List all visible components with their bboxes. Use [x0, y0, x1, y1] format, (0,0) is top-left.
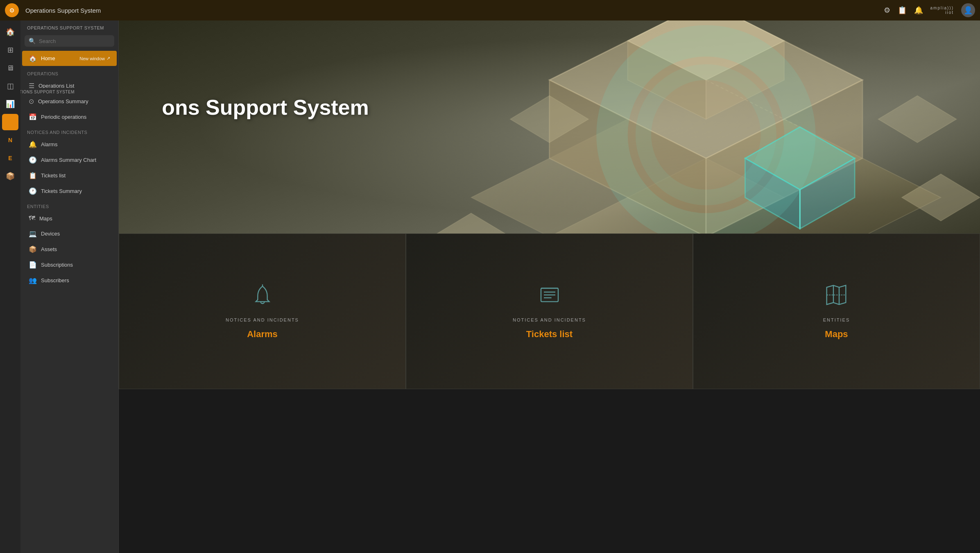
- search-input[interactable]: [39, 38, 110, 44]
- assets-label: Assets: [41, 246, 110, 252]
- topbar: ⊙ Operations Support System ⚙ 📋 🔔 amplia…: [0, 0, 980, 20]
- bell-icon[interactable]: 🔔: [914, 6, 923, 15]
- tickets-list-label: Tickets list: [41, 172, 110, 179]
- card-tickets-content: NOTICES AND INCIDENTS Tickets list: [513, 283, 586, 340]
- hero-blocks: [119, 20, 980, 233]
- devices-icon: 💻: [29, 230, 37, 238]
- alarms-chart-label: Alarms Summary Chart: [41, 157, 110, 163]
- nav-item-alarms-chart[interactable]: 🕐 Alarms Summary Chart: [22, 152, 117, 168]
- nav-item-tickets-summary[interactable]: 🕐 Tickets Summary: [22, 184, 117, 199]
- clipboard-icon[interactable]: 📋: [898, 6, 907, 15]
- rail-box[interactable]: 📦: [2, 168, 18, 184]
- svg-marker-12: [432, 213, 510, 233]
- tickets-summary-icon: 🕐: [29, 187, 37, 195]
- tickets-card-icon: [538, 283, 561, 311]
- nav-section-entities: Entities: [20, 199, 118, 211]
- circle-icon: ⊙: [29, 97, 34, 105]
- nav-panel-title: Operations Support System: [20, 20, 118, 34]
- calendar-icon: 📅: [29, 113, 37, 121]
- nav-item-subscribers[interactable]: 👥 Subscribers: [22, 273, 117, 288]
- rail-n[interactable]: N: [2, 132, 18, 148]
- subscriptions-icon: 📄: [29, 261, 37, 269]
- svg-marker-15: [902, 174, 980, 221]
- user-avatar[interactable]: 👤: [961, 3, 975, 17]
- nav-item-devices[interactable]: 💻 Devices: [22, 226, 117, 241]
- nav-item-periodic[interactable]: 📅 Periodic operations: [22, 109, 117, 125]
- search-icon: 🔍: [29, 38, 36, 44]
- rail-home[interactable]: 🏠: [2, 24, 18, 40]
- nav-item-maps[interactable]: 🗺 Maps: [22, 211, 117, 226]
- home-label: Home: [41, 55, 75, 61]
- nav-section-notices: Notices and incidents: [20, 125, 118, 136]
- rail-e[interactable]: E: [2, 150, 18, 166]
- nav-panel: Operations Support System 🔍 🏠 Home New w…: [20, 20, 119, 553]
- maps-icon: 🗺: [29, 215, 35, 222]
- card-tickets-title: Tickets list: [526, 329, 573, 340]
- subscriptions-label: Subscriptions: [41, 262, 110, 268]
- app-logo[interactable]: ⊙: [5, 3, 19, 17]
- card-alarms-content: NOTICES AND INCIDENTS Alarms: [226, 283, 299, 340]
- rail-grid[interactable]: ⊞: [2, 42, 18, 58]
- card-tickets[interactable]: NOTICES AND INCIDENTS Tickets list: [406, 233, 693, 389]
- card-maps-category: ENTITIES: [823, 317, 850, 322]
- card-tickets-category: NOTICES AND INCIDENTS: [513, 317, 586, 322]
- brand-name: amplia))) iiot: [930, 6, 954, 15]
- card-maps-content: ENTITIES Maps: [823, 283, 850, 340]
- svg-marker-13: [878, 96, 956, 143]
- topbar-icons: ⚙ 📋 🔔 amplia))) iiot 👤: [884, 3, 975, 17]
- main-content: ons Support System NOTICES AND INCIDENTS…: [119, 20, 980, 553]
- clock-icon: 🕐: [29, 156, 37, 164]
- subscribers-label: Subscribers: [41, 277, 110, 283]
- nav-item-alarms[interactable]: 🔔 Alarms: [22, 137, 117, 152]
- nav-item-tickets-list[interactable]: 📋 Tickets list: [22, 168, 117, 183]
- nav-item-subscriptions[interactable]: 📄 Subscriptions: [22, 257, 117, 272]
- tickets-icon: 📋: [29, 172, 37, 179]
- tickets-summary-label: Tickets Summary: [41, 188, 110, 194]
- icon-rail: 🏠 ⊞ 🖥 ◫ 📊 O N E 📦: [0, 20, 20, 553]
- nav-search-container[interactable]: 🔍: [25, 35, 114, 47]
- external-link-icon: ↗: [106, 56, 110, 61]
- home-icon: 🏠: [29, 54, 37, 62]
- cards-grid: NOTICES AND INCIDENTS Alarms NOTICES AND…: [119, 233, 980, 389]
- hero-banner: ons Support System: [119, 20, 980, 233]
- hero-title: ons Support System: [162, 95, 369, 120]
- rail-chart[interactable]: 📊: [2, 96, 18, 112]
- assets-icon: 📦: [29, 245, 37, 253]
- nav-section-operations: Operations: [20, 66, 118, 78]
- rail-o[interactable]: O: [2, 114, 18, 130]
- alarm-bell-icon: 🔔: [29, 141, 37, 148]
- periodic-label: Periodic operations: [41, 114, 110, 120]
- bell-card-icon: [251, 283, 274, 311]
- topbar-title: Operations Support System: [25, 7, 880, 14]
- card-alarms-title: Alarms: [247, 329, 278, 340]
- subscribers-icon: 👥: [29, 276, 37, 284]
- nav-item-home[interactable]: 🏠 Home New window ↗: [22, 51, 117, 66]
- card-maps-title: Maps: [825, 329, 848, 340]
- alarms-label: Alarms: [41, 141, 110, 147]
- card-alarms-category: NOTICES AND INCIDENTS: [226, 317, 299, 322]
- rail-layers[interactable]: ◫: [2, 78, 18, 94]
- gear-icon[interactable]: ⚙: [884, 6, 890, 15]
- rail-device[interactable]: 🖥: [2, 60, 18, 76]
- devices-label: Devices: [41, 231, 110, 237]
- logo-symbol: ⊙: [9, 7, 14, 14]
- maps-label: Maps: [39, 215, 110, 222]
- maps-card-icon: [825, 283, 848, 311]
- operations-summary-label: Operations Summary: [38, 98, 110, 104]
- home-extra: New window ↗: [79, 56, 110, 61]
- nav-item-operations-summary[interactable]: ⊙ Operations Summary: [22, 94, 117, 109]
- card-alarms[interactable]: NOTICES AND INCIDENTS Alarms: [119, 233, 406, 389]
- card-maps[interactable]: ENTITIES Maps: [693, 233, 980, 389]
- nav-item-assets[interactable]: 📦 Assets: [22, 242, 117, 257]
